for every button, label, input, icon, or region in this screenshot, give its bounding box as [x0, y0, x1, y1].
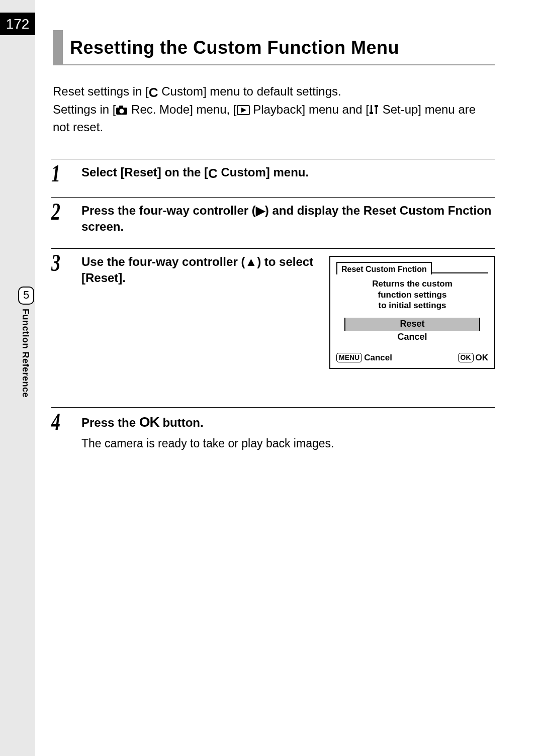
step-title-text: Custom] menu. [218, 165, 309, 179]
lcd-option-reset: Reset [344, 318, 480, 330]
step-title: Select [Reset] on the [C Custom] menu. [81, 165, 309, 179]
step-body: Press the four-way controller (▶) and di… [81, 203, 495, 235]
step-number: 1 [51, 162, 74, 184]
intro-paragraph: Reset settings in [C Custom] menu to def… [53, 83, 495, 136]
svg-point-2 [120, 109, 124, 114]
intro-text: Settings in [ [53, 103, 116, 116]
section-side-label: Function Reference [20, 309, 31, 398]
step-item: 1 Select [Reset] on the [C Custom] menu. [51, 159, 495, 197]
step-note: The camera is ready to take or play back… [81, 436, 495, 451]
title-divider [53, 64, 495, 65]
svg-marker-4 [241, 108, 246, 113]
lcd-footer: MENUCancel OKOK [336, 352, 488, 364]
intro-text: Rec. Mode] menu, [ [128, 103, 236, 116]
lcd-footer-ok-label: OK [476, 353, 489, 362]
step-item: 3 Use the four-way controller (▲) to sel… [51, 248, 495, 382]
lcd-tab-row: Reset Custom Fnction [336, 261, 488, 274]
ok-button-glyph: OK [139, 414, 159, 430]
page-number: 172 [0, 13, 35, 35]
step-body: Press the OK button. The camera is ready… [81, 413, 495, 451]
lcd-desc-line: Returns the custom [372, 279, 452, 289]
step-body: Use the four-way controller (▲) to selec… [81, 254, 495, 369]
step-number: 4 [51, 411, 74, 432]
svg-rect-8 [375, 105, 378, 107]
playback-icon [237, 103, 250, 119]
lcd-option-cancel: Cancel [344, 331, 480, 343]
ok-button-icon: OK [458, 353, 474, 362]
lcd-footer-right: OKOK [458, 352, 489, 364]
steps-list: 1 Select [Reset] on the [C Custom] menu.… [53, 159, 495, 464]
step-number: 3 [51, 252, 74, 273]
intro-text: Custom] menu to default settings. [158, 84, 341, 98]
svg-rect-7 [376, 107, 377, 114]
step-item: 2 Press the four-way controller (▶) and … [51, 197, 495, 248]
svg-rect-5 [371, 105, 372, 112]
intro-text: Reset settings in [ [53, 84, 149, 98]
content-area: Resetting the Custom Function Menu Reset… [53, 30, 495, 464]
step-title-text: Select [Reset] on the [ [81, 165, 208, 179]
lcd-description: Returns the custom function settings to … [336, 278, 488, 311]
svg-rect-6 [370, 112, 373, 114]
custom-menu-icon: C [149, 84, 158, 102]
step-title: Press the OK button. [81, 413, 495, 432]
step-title: Press the four-way controller (▶) and di… [81, 203, 495, 235]
step-title-text: button. [159, 416, 204, 429]
intro-text: Playback] menu and [ [250, 103, 369, 116]
menu-button-icon: MENU [336, 353, 362, 362]
step-title: Use the four-way controller (▲) to selec… [81, 254, 315, 287]
svg-rect-1 [119, 106, 123, 108]
title-accent-bar [53, 30, 63, 64]
lcd-footer-cancel-label: Cancel [364, 353, 392, 362]
title-row: Resetting the Custom Function Menu [53, 30, 495, 64]
custom-menu-icon: C [208, 165, 218, 182]
lcd-tab-underline [432, 261, 488, 274]
step-number: 2 [51, 201, 74, 222]
step-body: Select [Reset] on the [C Custom] menu. [81, 164, 495, 182]
camera-lcd-screenshot: Reset Custom Fnction Returns the custom … [329, 256, 495, 369]
step-title-text: Press the [81, 416, 139, 429]
chapter-number-badge: 5 [18, 287, 34, 305]
page-title: Resetting the Custom Function Menu [70, 30, 495, 64]
lcd-desc-line: function settings [378, 290, 447, 300]
lcd-tab-label: Reset Custom Fnction [336, 262, 432, 275]
rec-mode-icon [116, 103, 128, 119]
step-item: 4 Press the OK button. The camera is rea… [51, 407, 495, 464]
setup-icon [369, 103, 379, 119]
lcd-desc-line: to initial settings [378, 301, 446, 310]
lcd-footer-left: MENUCancel [336, 352, 392, 364]
